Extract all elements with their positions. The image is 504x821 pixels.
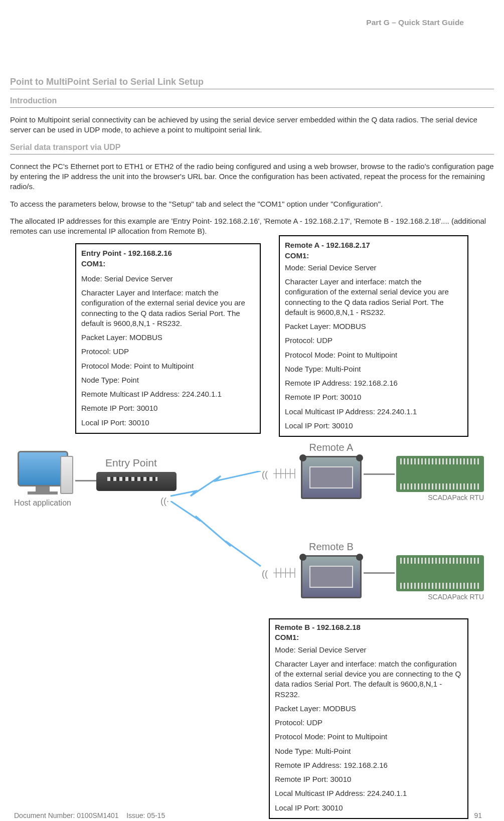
rb-line: Local Multicast IP Address: 224.240.1.1 — [275, 788, 462, 798]
rtu-label: SCADAPack RTU — [396, 592, 484, 602]
issue: Issue: 05-15 — [126, 811, 165, 819]
remote-a-label: Remote A — [301, 441, 362, 454]
host-application-icon: Host application — [10, 451, 75, 509]
ra-line: Remote IP Address: 192.168.2.16 — [285, 378, 462, 388]
ra-subtitle: COM1: — [285, 251, 462, 261]
rtu-device-icon — [396, 555, 484, 591]
ra-line: Protocol Mode: Point to Multipoint — [285, 350, 462, 360]
page-number: 91 — [474, 811, 482, 820]
ra-line: Local Multicast IP Address: 224.240.1.1 — [285, 407, 462, 417]
section-serial-udp: Serial data transport via UDP — [10, 142, 494, 154]
ep-title: Entry Point - 192.168.2.16 — [81, 248, 255, 258]
rb-line: Character Layer and interface: match the… — [275, 659, 462, 700]
ep-line: Mode: Serial Device Server — [81, 274, 255, 284]
ra-title: Remote A - 192.168.2.17 — [285, 240, 462, 250]
ra-line: Node Type: Multi-Point — [285, 364, 462, 374]
entry-point-config-box: Entry Point - 192.168.2.16 COM1: Mode: S… — [75, 243, 261, 434]
doc-number: Document Number: 0100SM1401 — [14, 811, 119, 819]
ra-line: Local IP Port: 30010 — [285, 421, 462, 431]
rtu-label: SCADAPack RTU — [396, 493, 484, 503]
ep-line: Node Type: Point — [81, 375, 255, 385]
para-ip-alloc: The allocated IP addresses for this exam… — [10, 216, 494, 237]
ra-line: Remote IP Port: 30010 — [285, 392, 462, 402]
topology-diagram: Host application Entry Point ((· (( ┼┼┼┼… — [10, 441, 494, 616]
ep-subtitle: COM1: — [81, 259, 255, 269]
page-footer: Document Number: 0100SM1401 Issue: 05-15… — [14, 811, 482, 820]
rtu-a-group: SCADAPack RTU — [396, 456, 484, 503]
rb-line: Mode: Serial Device Server — [275, 645, 462, 655]
ep-line: Remote IP Port: 30010 — [81, 403, 255, 413]
rb-line: Protocol: UDP — [275, 718, 462, 728]
rb-line: Node Type: Multi-Point — [275, 746, 462, 756]
ra-line: Packet Layer: MODBUS — [285, 321, 462, 332]
ep-line: Local IP Port: 30010 — [81, 418, 255, 428]
rtu-b-group: SCADAPack RTU — [396, 555, 484, 602]
ra-line: Mode: Serial Device Server — [285, 263, 462, 273]
wifi-icon: ((· — [160, 495, 169, 507]
ep-line: Character Layer and Interface: match the… — [81, 288, 255, 329]
wifi-icon: (( — [262, 568, 268, 580]
entry-point-device-icon — [96, 472, 177, 491]
ep-line: Protocol Mode: Point to Multipoint — [81, 361, 255, 371]
radio-device-icon — [301, 456, 362, 499]
para-connect: Connect the PC's Ethernet port to ETH1 o… — [10, 161, 494, 192]
para-setup: To access the parameters below, browse t… — [10, 199, 494, 209]
part-header: Part G – Quick Start Guide — [10, 18, 494, 28]
rb-line: Packet Layer: MODBUS — [275, 704, 462, 714]
wifi-icon: (( — [262, 468, 268, 480]
rtu-device-icon — [396, 456, 484, 492]
ep-line: Remote Multicast IP Address: 224.240.1.1 — [81, 389, 255, 399]
rb-line: Remote IP Address: 192.168.2.16 — [275, 760, 462, 770]
entry-point-label: Entry Point — [105, 456, 157, 470]
ep-line: Protocol: UDP — [81, 347, 255, 357]
radio-device-icon — [301, 555, 362, 598]
ep-line: Packet Layer: MODBUS — [81, 333, 255, 343]
section-introduction: Introduction — [10, 95, 494, 108]
antenna-icon: ┼┼┼┼┤ — [273, 468, 297, 479]
rb-subtitle: COM1: — [275, 632, 462, 642]
remote-b-group: Remote B — [301, 540, 362, 598]
ra-line: Protocol: UDP — [285, 336, 462, 346]
antenna-icon: ┼┼┼┼┤ — [273, 567, 297, 578]
remote-b-label: Remote B — [301, 540, 362, 554]
page-title: Point to MultiPoint Serial to Serial Lin… — [10, 76, 494, 89]
host-label: Host application — [10, 498, 75, 509]
remote-a-config-box: Remote A - 192.168.2.17 COM1: Mode: Seri… — [279, 235, 468, 437]
ra-line: Character Layer and interface: match the… — [285, 277, 462, 317]
remote-a-group: Remote A — [301, 441, 362, 499]
intro-text: Point to Multipoint serial connectivity … — [10, 115, 494, 135]
rb-line: Protocol Mode: Point to Multipoint — [275, 732, 462, 742]
remote-b-config-box: Remote B - 192.168.2.18 COM1: Mode: Seri… — [269, 618, 468, 819]
rb-line: Remote IP Port: 30010 — [275, 774, 462, 784]
rb-title: Remote B - 192.168.2.18 — [275, 622, 462, 632]
